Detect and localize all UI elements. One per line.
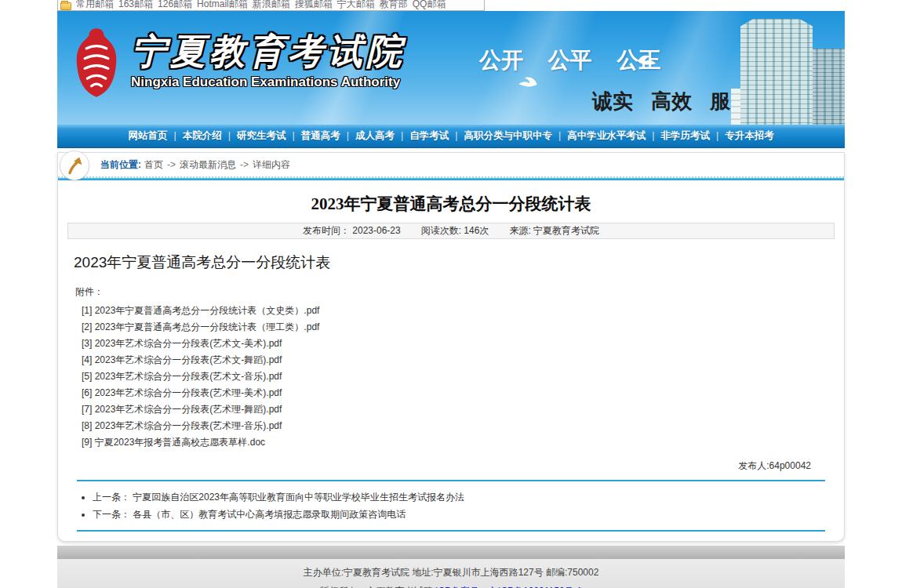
attachment-item: [8] 2023年艺术综合分一分段表(艺术理-音乐).pdf (82, 418, 844, 434)
attachments-list: [1] 2023年宁夏普通高考总分一分段统计表（文史类）.pdf [2] 202… (82, 303, 844, 451)
breadcrumb-label: 当前位置: (100, 158, 141, 172)
publish-date: 发布时间： 2023-06-23 (303, 224, 401, 238)
article-title: 2023年宁夏普通高考总分一分段统计表 (58, 193, 844, 215)
building-tower-main (740, 19, 813, 125)
divider-line (77, 530, 825, 532)
site-title-chinese: 宁夏教育考试院 (131, 27, 406, 77)
next-article-row: 下一条： 各县（市、区）教育考试中心高考填报志愿录取期间政策咨询电话 (93, 506, 844, 523)
nav-item-self-study[interactable]: 自学考试 (395, 129, 449, 143)
nav-item-gaokao[interactable]: 普通高考 (286, 129, 340, 143)
attachment-item: [7] 2023年艺术综合分一分段表(艺术理-舞蹈).pdf (82, 401, 844, 418)
attachment-item: [1] 2023年宁夏普通高考总分一分段统计表（文史类）.pdf (82, 303, 844, 319)
attachments-label: 附件： (75, 285, 844, 299)
nav-item-academic-level[interactable]: 高中学业水平考试 (552, 129, 646, 143)
folder-icon (60, 2, 71, 10)
email-link-sina[interactable]: 新浪邮箱 (253, 0, 290, 11)
next-label: 下一条： (93, 509, 130, 520)
slogan-open-fair-just: 公开 公平 公正 (479, 45, 661, 75)
nav-item-non-academic[interactable]: 非学历考试 (646, 129, 710, 143)
divider-line (77, 480, 825, 481)
nav-item-adult-exam[interactable]: 成人高考 (340, 129, 395, 143)
nav-item-vocational[interactable]: 高职分类与中职中专 (449, 129, 552, 143)
main-nav-bar: 网站首页 本院介绍 研究生考试 普通高考 成人高考 自学考试 高职分类与中职中专… (57, 125, 845, 148)
attachment-link-2[interactable]: [2] 2023年宁夏普通高考总分一分段统计表（理工类）.pdf (82, 321, 319, 332)
breadcrumb-separator: -> (240, 159, 249, 170)
attachment-item: [6] 2023年艺术综合分一分段表(艺术理-美术).pdf (82, 385, 844, 401)
publisher: 发布人:64p00042 (58, 459, 844, 473)
attachment-link-7[interactable]: [7] 2023年艺术综合分一分段表(艺术理-舞蹈).pdf (82, 404, 282, 415)
breadcrumb-badge (60, 151, 89, 180)
email-quicklinks-bar: 常用邮箱 163邮箱 126邮箱 Hotmail邮箱 新浪邮箱 搜狐邮箱 宁大邮… (57, 0, 485, 11)
email-link-hotmail[interactable]: Hotmail邮箱 (197, 0, 248, 11)
site-title-english: Ningxia Education Examinations Authority (131, 74, 406, 90)
dove-icon (636, 53, 656, 66)
attachment-link-1[interactable]: [1] 2023年宁夏普通高考总分一分段统计表（文史类）.pdf (82, 305, 319, 316)
email-link-common[interactable]: 常用邮箱 (76, 0, 114, 11)
dove-icon (518, 74, 540, 89)
content-card: 当前位置: 首页 -> 滚动最新消息 -> 详细内容 2023年宁夏普通高考总分… (57, 152, 845, 542)
prev-article-link[interactable]: 宁夏回族自治区2023年高等职业教育面向中等职业学校毕业生招生考试报名办法 (133, 492, 464, 503)
arrow-compass-icon (64, 155, 85, 176)
attachment-item: [3] 2023年艺术综合分一分段表(艺术文-美术).pdf (82, 336, 844, 352)
accent-strip (58, 178, 844, 180)
breadcrumb-home-link[interactable]: 首页 (144, 158, 163, 172)
site-logo-group[interactable]: 宁夏教育考试院 Ningxia Education Examinations A… (71, 27, 406, 100)
email-link-moe[interactable]: 教育部 (380, 0, 408, 11)
email-link-126[interactable]: 126邮箱 (158, 0, 192, 11)
seal-logo-icon (71, 27, 122, 100)
page-column: 常用邮箱 163邮箱 126邮箱 Hotmail邮箱 新浪邮箱 搜狐邮箱 宁大邮… (57, 0, 845, 588)
email-link-ningda[interactable]: 宁大邮箱 (337, 0, 375, 11)
nav-item-zhuanshengben[interactable]: 专升本招考 (710, 129, 774, 143)
content-heading: 2023年宁夏普通高考总分一分段统计表 (74, 252, 844, 273)
attachment-item: [4] 2023年艺术综合分一分段表(艺术文-舞蹈).pdf (82, 352, 844, 368)
attachment-link-9[interactable]: [9] 宁夏2023年报考普通高校志愿表草样.doc (82, 437, 265, 448)
nav-item-home[interactable]: 网站首页 (128, 129, 167, 143)
site-banner: 宁夏教育考试院 Ningxia Education Examinations A… (57, 11, 845, 125)
footer-host-address: 主办单位:宁夏教育考试院 地址:宁夏银川市上海西路127号 邮编:750002 (57, 566, 845, 579)
city-buildings-image (731, 11, 845, 125)
attachment-link-6[interactable]: [6] 2023年艺术综合分一分段表(艺术理-美术).pdf (82, 387, 282, 398)
prev-next-list: 上一条： 宁夏回族自治区2023年高等职业教育面向中等职业学校毕业生招生考试报名… (93, 488, 844, 523)
breadcrumb-section-link[interactable]: 滚动最新消息 (180, 158, 236, 172)
footer-dark-band (57, 546, 845, 559)
nav-item-graduate-exam[interactable]: 研究生考试 (222, 129, 286, 143)
article-meta-bar: 发布时间： 2023-06-23 阅读次数: 146次 来源: 宁夏教育考试院 (67, 223, 835, 239)
breadcrumb-separator: -> (167, 159, 176, 170)
attachment-link-3[interactable]: [3] 2023年艺术综合分一分段表(艺术文-美术).pdf (82, 338, 282, 349)
next-article-link[interactable]: 各县（市、区）教育考试中心高考填报志愿录取期间政策咨询电话 (133, 509, 406, 520)
attachment-link-4[interactable]: [4] 2023年艺术综合分一分段表(艺术文-舞蹈).pdf (82, 354, 282, 365)
breadcrumb-current: 详细内容 (253, 158, 290, 172)
prev-label: 上一条： (93, 492, 130, 503)
attachment-item: [5] 2023年艺术综合分一分段表(艺术文-音乐).pdf (82, 368, 844, 385)
email-link-qq[interactable]: QQ邮箱 (413, 0, 446, 11)
nav-item-about[interactable]: 本院介绍 (167, 129, 221, 143)
footer-copyright-line: 版权所有：宁夏教育考试院 ICP备案号：宁ICP备12001150号-1 (57, 585, 845, 588)
email-link-sohu[interactable]: 搜狐邮箱 (295, 0, 333, 11)
view-count: 阅读次数: 146次 (421, 224, 489, 238)
breadcrumb: 当前位置: 首页 -> 滚动最新消息 -> 详细内容 (58, 153, 844, 178)
slogan-honest-efficient-service: 诚实 高效 服务 (592, 88, 751, 115)
email-link-163[interactable]: 163邮箱 (118, 0, 153, 11)
attachment-link-5[interactable]: [5] 2023年艺术综合分一分段表(艺术文-音乐).pdf (82, 371, 282, 382)
prev-article-row: 上一条： 宁夏回族自治区2023年高等职业教育面向中等职业学校毕业生招生考试报名… (93, 488, 844, 506)
source: 来源: 宁夏教育考试院 (509, 224, 599, 238)
main-nav-list: 网站首页 本院介绍 研究生考试 普通高考 成人高考 自学考试 高职分类与中职中专… (128, 129, 773, 143)
attachment-item: [9] 宁夏2023年报考普通高校志愿表草样.doc (82, 434, 844, 451)
attachment-item: [2] 2023年宁夏普通高考总分一分段统计表（理工类）.pdf (82, 319, 844, 336)
attachment-link-8[interactable]: [8] 2023年艺术综合分一分段表(艺术理-音乐).pdf (82, 420, 282, 431)
site-footer: 主办单位:宁夏教育考试院 地址:宁夏银川市上海西路127号 邮编:750002 … (57, 559, 845, 588)
